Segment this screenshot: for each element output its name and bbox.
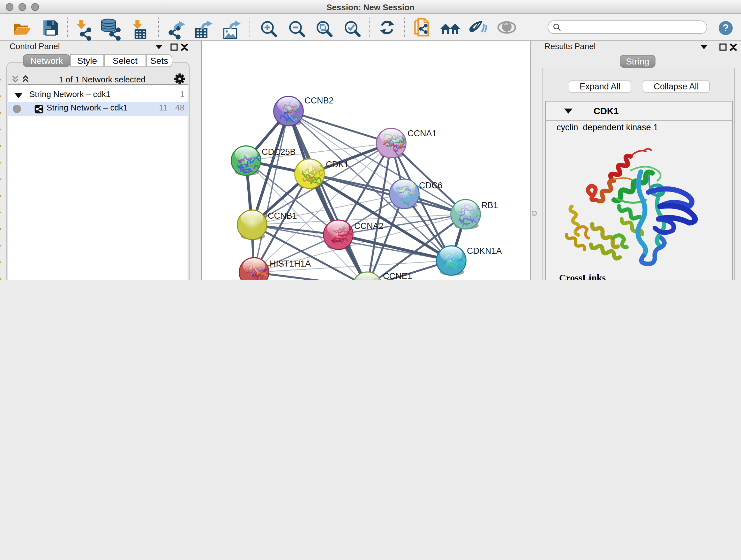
svg-text:CCNB1: CCNB1 — [268, 211, 297, 221]
svg-text:CCNA2: CCNA2 — [354, 221, 384, 231]
svg-text:CCNB2: CCNB2 — [305, 96, 334, 105]
svg-text:CCNA1: CCNA1 — [408, 129, 437, 138]
svg-text:RB1: RB1 — [481, 200, 498, 210]
svg-text:CDC25B: CDC25B — [262, 147, 296, 157]
svg-text:CDKN1A: CDKN1A — [467, 246, 502, 256]
svg-text:CCNE1: CCNE1 — [383, 271, 412, 280]
svg-text:CDC6: CDC6 — [419, 181, 443, 190]
svg-text:HIST1H1A: HIST1H1A — [270, 259, 311, 268]
svg-text:CDK1: CDK1 — [326, 160, 349, 169]
